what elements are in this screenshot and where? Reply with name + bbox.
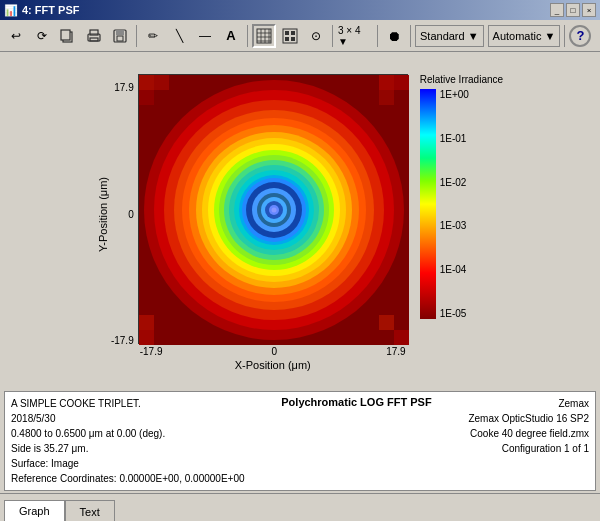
print-button[interactable] [82,24,106,48]
svg-rect-7 [117,36,123,41]
plot-container: Y-Position (μm) 17.9 0 -17.9 [0,52,600,391]
info-right-2: Zemax OpticStudio 16 SP2 [468,411,589,426]
svg-rect-51 [139,315,154,330]
svg-rect-45 [139,75,154,90]
sep1 [136,25,137,47]
cb-label-2: 1E-02 [440,177,469,188]
x-axis-area: -17.9 0 17.9 [138,346,408,357]
title-bar: 📊 4: FFT PSF _ □ × [0,0,600,20]
info-line-2: 0.4800 to 0.6500 μm at 0.00 (deg). [11,426,245,441]
info-line-3: Side is 35.27 μm. [11,441,245,456]
sep5 [410,25,411,47]
sep6 [564,25,565,47]
x-axis-label: X-Position (μm) [138,359,408,371]
sep3 [332,25,333,47]
heatmap-canvas[interactable] [138,74,408,344]
x-tick-left: -17.9 [140,346,163,357]
cb-label-3: 1E-03 [440,220,469,231]
automatic-dropdown[interactable]: Automatic ▼ [488,25,561,47]
grid-button[interactable] [252,24,276,48]
minimize-button[interactable]: _ [550,3,564,17]
tab-text[interactable]: Text [65,500,115,521]
cb-label-5: 1E-05 [440,308,469,319]
x-tick-mid: 0 [272,346,278,357]
info-right-4: Cooke 40 degree field.zmx [468,426,589,441]
svg-point-43 [271,208,276,213]
chevron-down-icon2: ▼ [544,30,555,42]
toolbar: ↩ ⟳ ✏ ╲ — A ⊙ 3 × 4 ▼ ⏺ Standard ▼ Autom… [0,20,600,52]
colorbar-area: Relative Irradiance 1E+00 1E-01 1E-02 1E… [420,74,503,371]
target-button[interactable]: ⊙ [304,24,328,48]
heatmap-area: -17.9 0 17.9 X-Position (μm) [138,74,408,371]
svg-rect-17 [291,31,295,35]
standard-dropdown[interactable]: Standard ▼ [415,25,484,47]
info-line-4: Surface: Image [11,456,245,471]
svg-rect-48 [379,75,394,90]
colorbar-gradient [420,89,436,319]
svg-rect-4 [90,38,98,41]
svg-rect-18 [285,37,289,41]
maximize-button[interactable]: □ [566,3,580,17]
sep2 [247,25,248,47]
info-line-0: A SIMPLE COOKE TRIPLET. [11,396,245,411]
main-area: Y-Position (μm) 17.9 0 -17.9 [0,52,600,521]
title-bar-controls: _ □ × [550,3,596,17]
colorbar-inner: 1E+00 1E-01 1E-02 1E-03 1E-04 1E-05 [420,89,469,319]
colorbar-title: Relative Irradiance [420,74,503,85]
svg-rect-49 [394,75,409,90]
sep4 [377,25,378,47]
back-button[interactable]: ↩ [4,24,28,48]
y-tick-top: 17.9 [114,82,133,93]
info-center: Polychromatic LOG FFT PSF [245,396,469,486]
save-button[interactable] [108,24,132,48]
svg-rect-16 [285,31,289,35]
title-bar-left: 📊 4: FFT PSF [4,4,79,17]
y-axis-area: 17.9 0 -17.9 [111,74,134,354]
canvas-and-colorbar: -17.9 0 17.9 X-Position (μm) Relative Ir… [138,74,503,371]
svg-rect-50 [379,90,394,105]
info-right: Zemax Zemax OpticStudio 16 SP2 Cooke 40 … [468,396,589,486]
animate-button[interactable]: ⏺ [382,24,406,48]
svg-rect-53 [379,315,394,330]
svg-rect-54 [394,330,409,345]
pencil-button[interactable]: ✏ [141,24,165,48]
x-tick-right: 17.9 [386,346,405,357]
text-button[interactable]: A [219,24,243,48]
hline-button[interactable]: — [193,24,217,48]
copy-button[interactable] [56,24,80,48]
y-tick-bot: -17.9 [111,335,134,346]
svg-rect-19 [291,37,295,41]
cb-label-0: 1E+00 [440,89,469,100]
grid-size-button[interactable]: 3 × 4 ▼ [337,24,373,48]
info-panel: A SIMPLE COOKE TRIPLET. 2018/5/30 0.4800… [4,391,596,491]
info-title: Polychromatic LOG FFT PSF [245,396,469,408]
tab-bar: Graph Text [0,493,600,521]
y-axis-label: Y-Position (μm) [97,74,109,354]
svg-rect-46 [154,75,169,90]
cb-label-4: 1E-04 [440,264,469,275]
svg-rect-6 [116,30,124,35]
info-left: A SIMPLE COOKE TRIPLET. 2018/5/30 0.4800… [11,396,245,486]
colorbar-labels: 1E+00 1E-01 1E-02 1E-03 1E-04 1E-05 [440,89,469,319]
chevron-down-icon: ▼ [468,30,479,42]
window-title: 4: FFT PSF [22,4,79,16]
info-right-5: Configuration 1 of 1 [468,441,589,456]
plot-inner: Y-Position (μm) 17.9 0 -17.9 [97,74,503,371]
zoom-button[interactable] [278,24,302,48]
close-button[interactable]: × [582,3,596,17]
cb-label-1: 1E-01 [440,133,469,144]
tab-graph[interactable]: Graph [4,500,65,521]
window-icon: 📊 [4,4,18,17]
line-button[interactable]: ╲ [167,24,191,48]
refresh-button[interactable]: ⟳ [30,24,54,48]
svg-rect-52 [139,330,154,345]
plot-wrapper: Y-Position (μm) 17.9 0 -17.9 [97,74,503,371]
y-tick-mid: 0 [128,209,134,220]
info-line-1: 2018/5/30 [11,411,245,426]
help-button[interactable]: ? [569,25,591,47]
info-line-5: Reference Coordinates: 0.00000E+00, 0.00… [11,471,245,486]
svg-rect-47 [139,90,154,105]
info-right-1: Zemax [468,396,589,411]
svg-rect-1 [61,30,70,40]
